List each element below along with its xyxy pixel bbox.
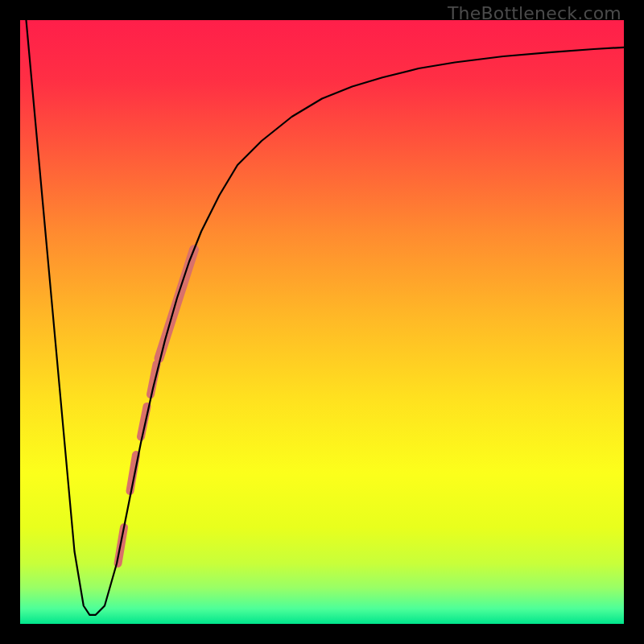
plot-area [20,20,624,624]
chart-svg [20,20,624,624]
chart-frame: TheBottleneck.com [0,0,644,644]
gradient-bg [20,20,624,624]
watermark-text: TheBottleneck.com [448,3,621,23]
